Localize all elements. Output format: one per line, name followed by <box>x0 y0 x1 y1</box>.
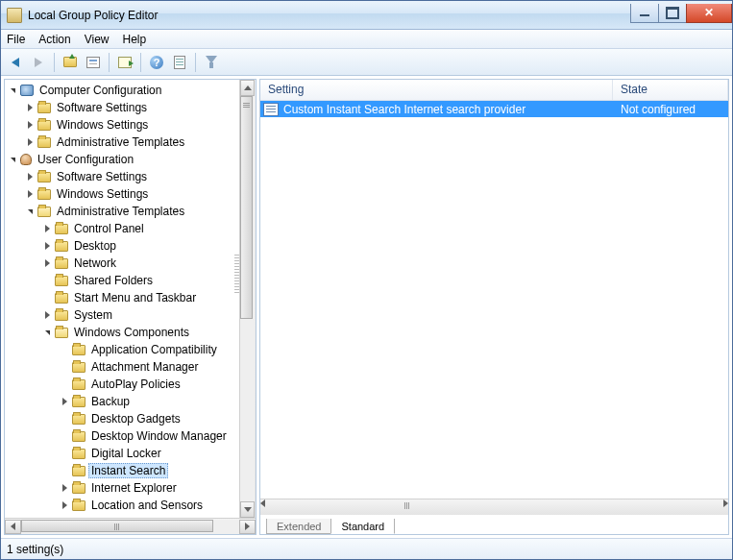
tree-node-user[interactable]: User Configuration <box>5 151 239 168</box>
tree-node-network[interactable]: Network <box>5 255 239 272</box>
tree-node-ie[interactable]: Internet Explorer <box>5 479 239 497</box>
scroll-right-button[interactable] <box>239 520 256 534</box>
expander-icon[interactable] <box>59 396 70 407</box>
expander-icon <box>59 378 70 390</box>
expander-icon[interactable] <box>24 206 36 217</box>
expander-icon[interactable] <box>41 309 53 321</box>
tree-node-software[interactable]: Software Settings <box>5 99 239 116</box>
tree-label: Instant Search <box>88 463 168 478</box>
maximize-button[interactable] <box>658 4 687 23</box>
scroll-thumb[interactable] <box>21 520 213 532</box>
scroll-up-button[interactable] <box>240 80 255 96</box>
expander-icon[interactable] <box>24 102 36 113</box>
tree-node-dwm[interactable]: Desktop Window Manager <box>5 427 239 445</box>
expander-icon[interactable] <box>24 136 36 148</box>
splitter-grip-icon[interactable] <box>234 255 239 293</box>
column-header-setting[interactable]: Setting <box>260 80 613 100</box>
tree-node-shared-folders[interactable]: Shared Folders <box>5 272 239 289</box>
expander-icon[interactable] <box>59 499 70 511</box>
tree-node-windows[interactable]: Windows Settings <box>5 116 239 134</box>
expander-icon[interactable] <box>41 223 53 234</box>
titlebar[interactable]: Local Group Policy Editor <box>1 1 732 30</box>
filter-button[interactable] <box>201 52 222 73</box>
tree-node-control-panel[interactable]: Control Panel <box>5 220 239 237</box>
expander-icon[interactable] <box>7 85 18 96</box>
tree-node-system[interactable]: System <box>5 306 239 324</box>
back-button[interactable] <box>5 52 26 73</box>
close-button[interactable] <box>686 4 732 23</box>
folder-icon <box>55 328 68 338</box>
expander-icon <box>41 275 53 286</box>
scroll-thumb[interactable] <box>265 502 550 509</box>
expander-icon[interactable] <box>41 257 53 269</box>
toolbar-separator <box>140 53 141 72</box>
scroll-track[interactable] <box>265 499 723 515</box>
folder-icon <box>37 103 51 113</box>
folder-icon <box>37 120 51 131</box>
expander-icon[interactable] <box>59 482 70 494</box>
column-header-state[interactable]: State <box>613 80 728 100</box>
tree-node-gadgets[interactable]: Desktop Gadgets <box>5 410 239 427</box>
scroll-thumb[interactable] <box>240 96 253 319</box>
tree-label: User Configuration <box>35 153 136 166</box>
export-button[interactable] <box>114 52 135 73</box>
tree-node-admin[interactable]: Administrative Templates <box>5 134 239 151</box>
tree-node-windows[interactable]: Windows Settings <box>5 185 239 203</box>
menu-help[interactable]: Help <box>123 33 147 46</box>
sheet-icon <box>174 56 185 69</box>
properties-button[interactable] <box>83 52 104 73</box>
menubar: File Action View Help <box>1 30 732 49</box>
tree-vscrollbar[interactable] <box>239 80 256 518</box>
tree-node-computer[interactable]: Computer Configuration <box>5 82 239 99</box>
tree-label: Shared Folders <box>71 274 156 287</box>
show-hide-button[interactable] <box>169 52 190 73</box>
tree-node-admin[interactable]: Administrative Templates <box>5 203 239 220</box>
tree-node-win-components[interactable]: Windows Components <box>5 324 239 341</box>
forward-button[interactable] <box>28 52 49 73</box>
list-row[interactable]: Custom Instant Search Internet search pr… <box>260 101 728 117</box>
scroll-left-button[interactable] <box>5 520 21 534</box>
folder-icon <box>72 362 86 373</box>
expander-icon[interactable] <box>41 327 53 338</box>
expander-icon[interactable] <box>7 154 18 165</box>
scroll-right-button[interactable] <box>723 499 728 515</box>
tree-scroll[interactable]: Computer Configuration Software Settings… <box>5 80 239 518</box>
tree-node-instant-search[interactable]: Instant Search <box>5 462 239 479</box>
menu-action[interactable]: Action <box>38 33 70 46</box>
chevron-left-icon <box>11 523 15 530</box>
scroll-track[interactable] <box>240 96 255 501</box>
tree-node-digital-locker[interactable]: Digital Locker <box>5 445 239 462</box>
content-area: Computer Configuration Software Settings… <box>1 76 732 538</box>
tree-node-attach-mgr[interactable]: Attachment Manager <box>5 358 239 376</box>
tree-node-software[interactable]: Software Settings <box>5 168 239 185</box>
minimize-button[interactable] <box>630 4 659 23</box>
tree-node-app-compat[interactable]: Application Compatibility <box>5 341 239 358</box>
tree-node-start-menu[interactable]: Start Menu and Taskbar <box>5 289 239 306</box>
menu-view[interactable]: View <box>85 33 110 46</box>
menu-file[interactable]: File <box>7 33 25 46</box>
tree-label: Windows Settings <box>54 187 151 201</box>
expander-icon[interactable] <box>41 240 53 252</box>
list-body[interactable]: Custom Instant Search Internet search pr… <box>260 101 728 499</box>
scroll-down-button[interactable] <box>240 501 255 518</box>
tree-node-backup[interactable]: Backup <box>5 393 239 410</box>
tab-standard[interactable]: Standard <box>330 519 395 534</box>
app-icon <box>7 8 22 23</box>
chevron-up-icon <box>244 85 252 90</box>
tree-node-location[interactable]: Location and Sensors <box>5 497 239 514</box>
help-button[interactable]: ? <box>146 52 167 73</box>
tree-node-autoplay[interactable]: AutoPlay Policies <box>5 376 239 393</box>
tab-extended[interactable]: Extended <box>266 519 331 534</box>
tree-hscrollbar[interactable] <box>5 518 256 534</box>
folder-icon <box>72 397 86 407</box>
detail-hscrollbar[interactable] <box>260 499 728 515</box>
scroll-track[interactable] <box>21 520 239 534</box>
tree-label: Attachment Manager <box>88 360 201 374</box>
expander-icon[interactable] <box>24 171 36 183</box>
tree-node-desktop[interactable]: Desktop <box>5 237 239 255</box>
expander-icon[interactable] <box>24 188 36 200</box>
up-button[interactable] <box>60 52 81 73</box>
tree-label: Location and Sensors <box>88 499 206 512</box>
expander-icon[interactable] <box>24 119 36 131</box>
status-text: 1 setting(s) <box>7 543 63 556</box>
